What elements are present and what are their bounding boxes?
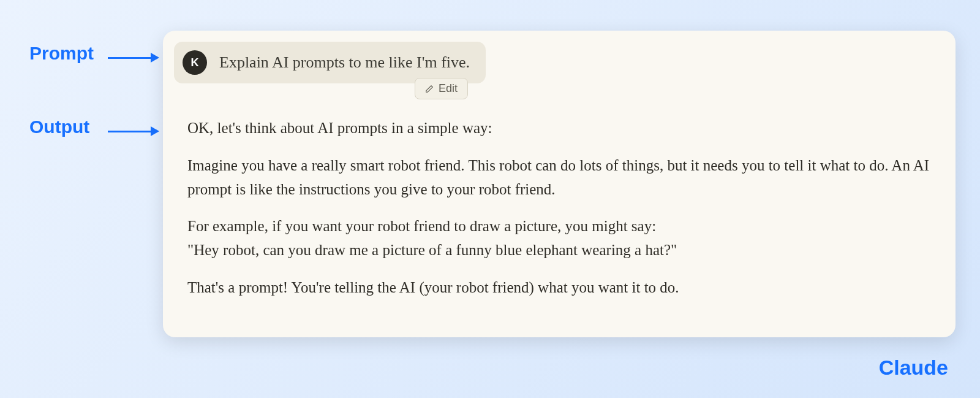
pencil-icon [425,85,434,93]
output-paragraph: That's a prompt! You're telling the AI (… [187,276,931,300]
edit-button[interactable]: Edit [415,78,468,99]
user-prompt-bubble: K Explain AI prompts to me like I'm five… [174,42,486,83]
annotation-label-prompt: Prompt [29,43,94,64]
brand-label: Claude [879,356,948,380]
user-prompt-text: Explain AI prompts to me like I'm five. [219,53,470,72]
arrow-icon [108,53,159,63]
output-paragraph: OK, let's think about AI prompts in a si… [187,117,931,140]
assistant-output: OK, let's think about AI prompts in a si… [187,117,931,325]
output-paragraph: For example, if you want your robot frie… [187,215,931,262]
output-paragraph: Imagine you have a really smart robot fr… [187,154,931,202]
chat-card: K Explain AI prompts to me like I'm five… [163,31,956,337]
user-avatar: K [183,50,207,75]
edit-button-label: Edit [439,82,458,95]
annotation-label-output: Output [29,117,89,137]
arrow-icon [108,126,159,136]
